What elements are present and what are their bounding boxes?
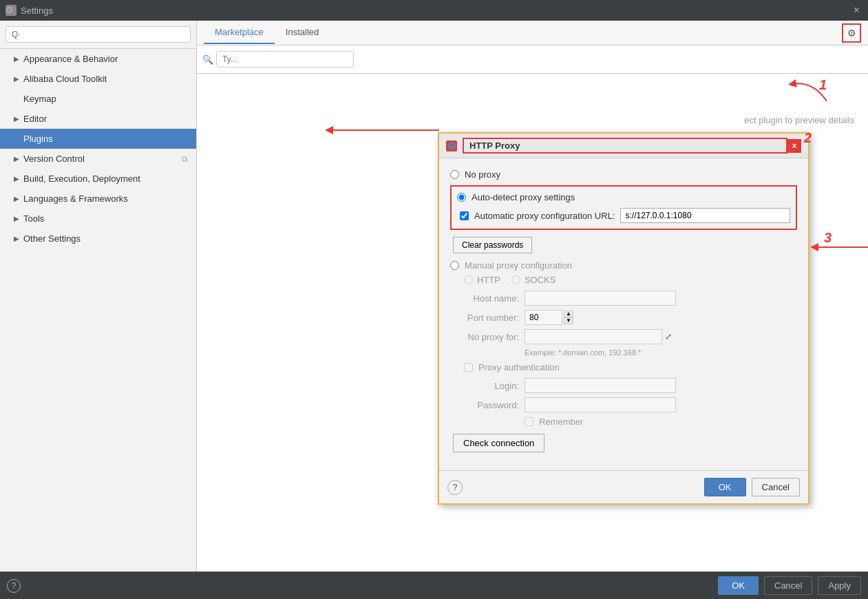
sidebar-search-input[interactable]	[6, 26, 191, 43]
annotation-3: 3	[824, 230, 832, 246]
http-proxy-dialog: 🌐 HTTP Proxy 2 ×	[438, 132, 809, 505]
auto-detect-row: Auto-detect proxy settings	[457, 192, 790, 202]
sidebar-search-area	[0, 21, 196, 49]
arrow-3-svg	[811, 237, 868, 258]
auto-config-label: Automatic proxy configuration URL:	[474, 211, 615, 221]
port-down-button[interactable]: ▼	[564, 317, 573, 324]
title-bar: ⚙ Settings ×	[0, 0, 868, 21]
port-number-input[interactable]	[525, 310, 562, 325]
main-area: ▶ Appearance & Behavior ▶ Alibaba Cloud …	[0, 21, 868, 571]
dialog-close-button[interactable]: ×	[787, 139, 801, 153]
login-row: Login:	[450, 378, 797, 393]
no-proxy-for-row: No proxy for: ⤢	[450, 329, 797, 344]
expand-button[interactable]: ⤢	[665, 332, 672, 341]
sidebar-item-label: Keymap	[23, 94, 56, 104]
manual-proxy-radio[interactable]	[450, 261, 459, 270]
remember-label: Remember	[539, 417, 583, 427]
check-connection-button[interactable]: Check connection	[453, 434, 544, 452]
sidebar: ▶ Appearance & Behavior ▶ Alibaba Cloud …	[0, 21, 197, 571]
window-close-button[interactable]: ×	[851, 4, 862, 17]
http-radio[interactable]	[464, 275, 473, 284]
auto-config-checkbox[interactable]	[460, 211, 469, 220]
search-icon: 🔍	[202, 54, 213, 65]
password-row: Password:	[450, 397, 797, 412]
sidebar-item-label: Version Control	[23, 154, 85, 164]
plugin-search-bar: 🔍	[197, 45, 868, 74]
manual-proxy-label: Manual proxy configuration	[465, 260, 572, 271]
sidebar-item-other[interactable]: ▶ Other Settings	[0, 229, 196, 249]
arrow-2-svg	[315, 113, 453, 147]
plugin-search-input[interactable]	[216, 51, 354, 67]
sidebar-item-languages[interactable]: ▶ Languages & Frameworks	[0, 189, 196, 209]
login-input[interactable]	[525, 378, 676, 393]
auto-detect-section: Auto-detect proxy settings Automatic pro…	[450, 185, 797, 230]
arrow-icon: ▶	[14, 175, 19, 182]
settings-window: ⚙ Settings × ▶ Appearance & Behavior ▶ A…	[0, 0, 868, 599]
sidebar-item-editor[interactable]: ▶ Editor	[0, 109, 196, 129]
right-panel: Marketplace Installed ⚙ 🔍 ect plugin to …	[197, 21, 868, 571]
no-proxy-row: No proxy	[450, 169, 797, 180]
dialog-ok-button[interactable]: OK	[704, 478, 746, 496]
sidebar-item-tools[interactable]: ▶ Tools	[0, 209, 196, 229]
arrow-icon: ▶	[14, 55, 19, 63]
dialog-title-label: HTTP Proxy	[463, 138, 787, 154]
preview-text: ect plugin to preview details	[744, 115, 854, 125]
socks-radio[interactable]	[511, 275, 520, 284]
sidebar-item-label: Appearance & Behavior	[23, 54, 118, 64]
sidebar-item-appearance[interactable]: ▶ Appearance & Behavior	[0, 49, 196, 69]
example-text: Example: *.domain.com, 192.168.*	[450, 348, 797, 357]
port-number-row: Port number: ▲ ▼	[450, 310, 797, 325]
tab-marketplace[interactable]: Marketplace	[204, 21, 275, 44]
manual-proxy-row: Manual proxy configuration	[450, 260, 797, 271]
tab-installed[interactable]: Installed	[275, 21, 330, 44]
clear-passwords-button[interactable]: Clear passwords	[453, 237, 532, 253]
sidebar-item-alibaba[interactable]: ▶ Alibaba Cloud Toolkit	[0, 69, 196, 89]
sidebar-item-label: Tools	[23, 213, 44, 224]
annotation-2: 2	[804, 130, 812, 146]
arrow-icon: ▶	[14, 155, 19, 162]
dialog-cancel-button[interactable]: Cancel	[752, 478, 800, 496]
tabs-bar: Marketplace Installed ⚙	[197, 21, 868, 45]
host-name-label: Host name:	[450, 293, 519, 304]
remember-row: Remember	[450, 417, 797, 427]
dialog-body: No proxy Auto-detect proxy settings Auto…	[439, 158, 808, 470]
password-label: Password:	[450, 400, 519, 410]
gear-button[interactable]: ⚙	[842, 23, 861, 43]
no-proxy-radio[interactable]	[450, 170, 459, 179]
sidebar-item-label: Other Settings	[23, 233, 81, 244]
auto-detect-radio[interactable]	[457, 193, 466, 202]
port-spinner: ▲ ▼	[564, 311, 573, 324]
proxy-auth-label: Proxy authentication	[478, 362, 560, 372]
host-name-input[interactable]	[525, 291, 676, 306]
dialog-help-button[interactable]: ?	[447, 480, 463, 495]
sidebar-item-build[interactable]: ▶ Build, Execution, Deployment	[0, 169, 196, 189]
app-icon: ⚙	[6, 5, 17, 16]
password-input[interactable]	[525, 397, 676, 412]
sidebar-item-label: Plugins	[23, 134, 53, 144]
bottom-help-button[interactable]: ?	[7, 579, 21, 593]
copy-icon: ⧉	[182, 154, 188, 164]
bottom-bar: ? OK Cancel Apply	[0, 571, 868, 599]
no-proxy-for-input[interactable]	[525, 329, 662, 344]
sidebar-item-label: Build, Execution, Deployment	[23, 174, 140, 184]
proxy-auth-checkbox[interactable]	[464, 363, 473, 372]
sidebar-item-keymap[interactable]: ▶ Keymap	[0, 89, 196, 109]
arrow-icon: ▶	[14, 115, 19, 123]
login-label: Login:	[450, 381, 519, 391]
arrow-icon: ▶	[14, 75, 19, 83]
bottom-apply-button[interactable]: Apply	[818, 576, 861, 595]
auto-detect-label: Auto-detect proxy settings	[472, 192, 575, 202]
port-number-label: Port number:	[450, 313, 519, 323]
remember-checkbox[interactable]	[525, 417, 533, 426]
bottom-ok-button[interactable]: OK	[718, 576, 759, 595]
proxy-url-row: Automatic proxy configuration URL:	[457, 208, 790, 223]
sidebar-item-plugins[interactable]: ▶ Plugins	[0, 129, 196, 149]
annotation-1: 1	[819, 77, 827, 93]
port-up-button[interactable]: ▲	[564, 311, 573, 317]
window-title: Settings	[21, 6, 851, 16]
sidebar-item-version-control[interactable]: ▶ Version Control ⧉	[0, 149, 196, 169]
dialog-footer: ? OK Cancel	[439, 470, 808, 503]
bottom-cancel-button[interactable]: Cancel	[764, 576, 812, 595]
proxy-url-input[interactable]	[620, 208, 790, 223]
sidebar-item-label: Languages & Frameworks	[23, 193, 128, 204]
